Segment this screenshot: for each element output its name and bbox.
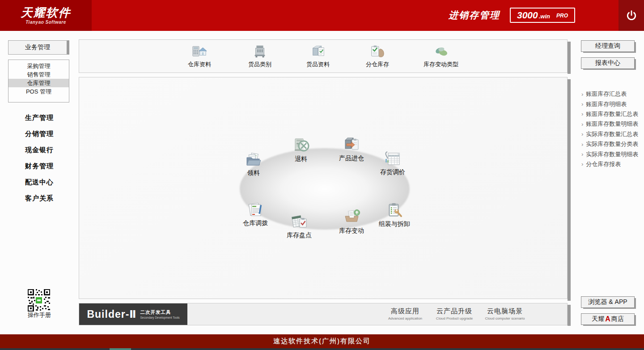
diagram-item-label: 领料 [247,169,260,177]
chevron-right-icon [581,151,583,158]
power-icon [626,10,637,21]
report-link-actual-stock-qty-summary[interactable]: 实际库存数量汇总表 [581,129,644,139]
business-submenu: 采购管理 销售管理 仓库管理 POS 管理 [8,60,69,102]
toolbar-item-warehouse-info[interactable]: 仓库资料 [188,44,211,68]
sidebar-item-distribution[interactable]: 分销管理 [0,126,79,142]
edition-number: 3000 [517,10,538,21]
diagram-item-material-return[interactable]: 退料 [292,137,310,163]
diagram-item-product-inbound[interactable]: 产品进仓 [339,136,364,162]
submenu-item-purchase[interactable]: 采购管理 [8,62,69,70]
edition-tier: PRO [556,13,568,19]
report-label: 账面库存明细表 [586,100,627,108]
report-label: 实际库存数量分类表 [586,140,638,148]
diagram-item-label: 产品进仓 [339,154,364,162]
main-menu: 生产管理 分销管理 现金银行 财务管理 配送中心 客户关系 [0,110,79,206]
link-label-en: Advanced application [388,316,422,320]
report-label: 分仓库存报表 [586,160,621,168]
diagram-item-label: 库存变动 [339,227,364,235]
chevron-right-icon [581,161,583,167]
bottom-bar: Builder-Ⅱ 二次开发工具 Secondary Development T… [79,303,568,325]
report-link-sub-warehouse-stock[interactable]: 分仓库存报表 [581,159,644,169]
link-label-en: Cloud computer scenario [485,316,525,320]
bottom-edge-strip [0,348,644,350]
diagram-item-label: 组装与拆卸 [379,220,410,228]
link-cloud-product-upgrade[interactable]: 云产品升级 Cloud Product upgrade [436,307,473,320]
footer-bar: 速达软件技术(广州)有限公司 [0,334,644,348]
toolbar-item-stock-change-type[interactable]: 库存变动类型 [424,44,458,68]
stock-change-type-icon [432,44,450,59]
sidebar-item-finance[interactable]: 财务管理 [0,158,79,174]
link-label-cn: 云产品升级 [436,307,473,316]
report-label: 账面库存数量汇总表 [586,110,638,118]
diagram-item-inventory-reprice[interactable]: 存货调价 [380,150,405,176]
builder-banner[interactable]: Builder-Ⅱ 二次开发工具 Secondary Development T… [79,303,187,325]
report-label: 实际库存数量汇总表 [586,130,638,138]
diagram-item-warehouse-transfer[interactable]: 仓库调拨 [243,201,268,227]
toolbar-item-label: 分仓库存 [366,60,389,68]
toolbar-item-goods-info[interactable]: 货品资料 [306,44,330,68]
sidebar-item-customer-relations[interactable]: 客户关系 [0,190,79,206]
link-cloud-computer-scenario[interactable]: 云电脑场景 Cloud computer scenario [485,307,525,320]
sidebar-item-production[interactable]: 生产管理 [0,110,79,126]
header-bar: 天耀软件 Tianyao Software 进销存管理 3000 .win PR… [0,0,644,31]
report-link-actual-stock-qty-detail[interactable]: 实际库存数量明细表 [581,149,644,159]
chevron-right-icon [581,101,583,107]
report-link-book-stock-qty-summary[interactable]: 账面库存数量汇总表 [581,109,644,119]
toolbar-item-label: 货品资料 [306,60,330,68]
main-workspace: 领料 退料 产品进仓 [79,77,568,299]
diagram-item-label: 库存盘点 [287,231,312,239]
qr-code-icon [28,289,50,312]
diagram-item-label: 仓库调拨 [243,219,268,227]
browser-app-button[interactable]: 浏览器 & APP [581,296,635,308]
chevron-right-icon [581,111,583,117]
chevron-right-icon [581,141,583,148]
goods-category-icon [251,44,269,59]
stock-change-icon [342,209,361,226]
edition-domain: .win [539,13,550,20]
toolbar-panel: 仓库资料 货品类别 货品资料 [79,39,568,73]
goods-info-icon [309,44,327,59]
business-management-button[interactable]: 业务管理 [8,40,69,55]
store-label-suffix: 商店 [611,315,624,323]
report-link-book-stock-qty-detail[interactable]: 账面库存数量明细表 [581,119,644,129]
chevron-right-icon [581,131,583,137]
report-list: 账面库存汇总表 账面库存明细表 账面库存数量汇总表 账面库存数量明细表 实际库存… [581,89,644,169]
stocktaking-icon [290,213,309,230]
submenu-item-pos[interactable]: POS 管理 [8,87,69,96]
chevron-right-icon [581,121,583,128]
diagram-item-label: 退料 [295,155,307,163]
brand-logo: 天耀软件 Tianyao Software [0,0,92,31]
company-name: 速达软件技术(广州)有限公司 [273,337,371,346]
manager-query-button[interactable]: 经理查询 [581,40,635,52]
sidebar-item-delivery-center[interactable]: 配送中心 [0,174,79,190]
link-advanced-application[interactable]: 高级应用 Advanced application [388,307,422,320]
bottom-bar-shadow [568,305,571,326]
diagram-item-stocktaking[interactable]: 库存盘点 [287,213,312,239]
diagram-item-assembly-disassembly[interactable]: 组装与拆卸 [379,202,410,228]
store-label-prefix: 天耀 [592,315,604,323]
manual-qr-code[interactable] [28,289,50,312]
toolbar-panel-shadow [568,42,571,74]
toolbar-item-label: 仓库资料 [188,60,211,68]
warehouse-info-icon [191,44,208,59]
diagram-item-material-requisition[interactable]: 领料 [244,152,263,177]
report-link-book-stock-detail[interactable]: 账面库存明细表 [581,99,644,109]
material-return-icon [292,137,310,154]
builder-subtitle-en: Secondary Development Tools [140,316,180,319]
submenu-item-sales[interactable]: 销售管理 [8,70,69,79]
submenu-item-warehouse[interactable]: 仓库管理 [8,79,69,87]
power-button[interactable] [619,0,644,31]
report-link-book-stock-summary[interactable]: 账面库存汇总表 [581,89,644,99]
diagram-item-stock-change[interactable]: 库存变动 [339,209,364,235]
report-label: 账面库存数量明细表 [586,120,638,128]
toolbar-item-label: 货品类别 [248,60,271,68]
toolbar-item-warehouse-stock[interactable]: 分仓库存 [366,44,389,68]
logo-subtitle: Tianyao Software [25,20,66,25]
toolbar-item-goods-category[interactable]: 货品类别 [248,44,271,68]
report-center-button[interactable]: 报表中心 [581,57,635,69]
sidebar-item-cash-bank[interactable]: 现金银行 [0,142,79,158]
tianyao-store-button[interactable]: 天耀 A 商店 [581,313,635,325]
link-label-en: Cloud Product upgrade [436,316,473,320]
report-link-actual-stock-qty-category[interactable]: 实际库存数量分类表 [581,139,644,149]
main-panel-shadow [568,79,571,301]
